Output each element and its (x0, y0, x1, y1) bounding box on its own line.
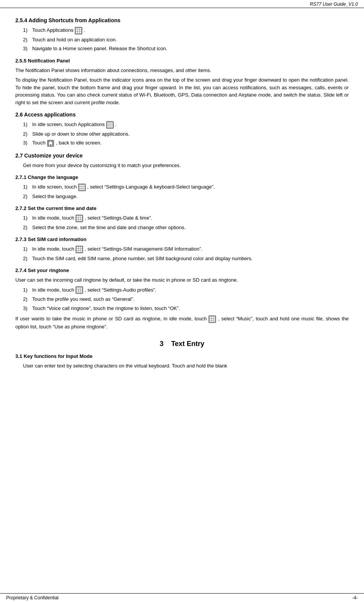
list-item: 1) In idle mode, touch , select “Setting… (23, 286, 349, 294)
apps-icon (75, 286, 83, 294)
footer-left: Proprietary & Confidential (6, 595, 59, 600)
list-content: Touch the profile you need, such as “Gen… (32, 295, 349, 303)
section-273: 2.7.3 Set SIM card information 1) In idl… (15, 236, 349, 262)
list-num: 1) (23, 121, 32, 129)
chapter-title: Text Entry (171, 340, 205, 348)
list-item: 3) Touch “Voice call ringtone”, touch th… (23, 305, 349, 312)
section-274-para1: User can set the incoming call ringtone … (15, 276, 349, 284)
list-item: 2) Slide up or down to show other applic… (23, 130, 349, 138)
chapter-number: 3 (160, 340, 164, 348)
list-content: In idle mode, touch , select “Settings-D… (32, 214, 349, 222)
list-content: Select the language. (32, 193, 349, 200)
section-27-para: Get more from your device by customizing… (23, 162, 349, 169)
list-num: 1) (23, 26, 32, 34)
apps-icon (78, 184, 86, 191)
section-27: 2.7 Customize your device Get more from … (15, 153, 349, 169)
list-content: Touch Applications . (32, 26, 349, 34)
section-31: 3.1 Key functions for Input Mode User ca… (15, 353, 349, 370)
list-content: Select the time zone, set the time and d… (32, 224, 349, 231)
list-item: 1) In idle screen, touch Applications . (23, 121, 349, 129)
section-272-heading: 2.7.2 Set the current time and date (15, 205, 349, 211)
apps-icon (106, 121, 114, 129)
section-255-heading: 2.5.5 Notification Panel (15, 58, 349, 64)
list-item: 2) Select the language. (23, 193, 349, 200)
list-num: 3) (23, 139, 32, 147)
section-274-para2: If user wants to take the music in phone… (15, 315, 349, 330)
apps-icon (75, 215, 83, 222)
header-title: RS77 User Guide_V1.0 (310, 2, 358, 7)
footer-right: -4- (352, 595, 358, 600)
content-area: 2.5.4 Adding Shortcuts from Applications… (0, 8, 364, 593)
page-footer: Proprietary & Confidential -4- (0, 593, 364, 602)
section-271-heading: 2.7.1 Change the language (15, 174, 349, 180)
section-274: 2.7.4 Set your ringtone User can set the… (15, 267, 349, 330)
list-item: 2) Touch and hold on an application icon… (23, 36, 349, 44)
list-num: 1) (23, 245, 32, 253)
chapter-3-heading: 3 Text Entry (15, 340, 349, 348)
list-num: 2) (23, 130, 32, 138)
section-27-heading: 2.7 Customize your device (15, 153, 349, 159)
list-num: 2) (23, 295, 32, 303)
list-item: 2) Touch the profile you need, such as “… (23, 295, 349, 303)
list-num: 2) (23, 255, 32, 262)
page-header: RS77 User Guide_V1.0 (0, 0, 364, 8)
section-31-para: User can enter text by selecting charact… (23, 362, 349, 370)
list-num: 3) (23, 45, 32, 52)
list-num: 3) (23, 305, 32, 312)
list-item: 1) In idle mode, touch , select “Setting… (23, 214, 349, 222)
section-273-heading: 2.7.3 Set SIM card information (15, 236, 349, 242)
list-num: 2) (23, 224, 32, 231)
home-icon (47, 140, 54, 146)
list-num: 1) (23, 183, 32, 191)
page-container: RS77 User Guide_V1.0 2.5.4 Adding Shortc… (0, 0, 364, 602)
list-item: 3) Navigate to a Home screen panel. Rele… (23, 45, 349, 52)
list-item: 3) Touch , back to idle screen. (23, 139, 349, 147)
apps-icon (208, 315, 216, 323)
list-num: 1) (23, 286, 32, 294)
section-26: 2.6 Access applications 1) In idle scree… (15, 112, 349, 147)
section-271: 2.7.1 Change the language 1) In idle scr… (15, 174, 349, 200)
apps-icon (75, 246, 83, 253)
list-content: In idle mode, touch , select “Settings-A… (32, 286, 349, 294)
list-num: 2) (23, 193, 32, 200)
section-26-heading: 2.6 Access applications (15, 112, 349, 118)
section-255-para1: The Notification Panel shows information… (15, 67, 349, 74)
list-content: In idle mode, touch , select “Settings-S… (32, 245, 349, 253)
section-31-heading: 3.1 Key functions for Input Mode (15, 353, 349, 359)
list-item: 1) In idle mode, touch , select “Setting… (23, 245, 349, 253)
list-content: In idle screen, touch Applications . (32, 121, 349, 129)
section-255-para2: To display the Notification Panel, touch… (15, 76, 349, 106)
section-254: 2.5.4 Adding Shortcuts from Applications… (15, 17, 349, 52)
list-item: 2) Touch the SIM card, edit SIM name, ph… (23, 255, 349, 262)
list-content: Touch the SIM card, edit SIM name, phone… (32, 255, 349, 262)
section-255: 2.5.5 Notification Panel The Notificatio… (15, 58, 349, 107)
apps-icon (75, 27, 82, 34)
list-item: 2) Select the time zone, set the time an… (23, 224, 349, 231)
list-content: Touch “Voice call ringtone”, touch the r… (32, 305, 349, 312)
list-content: In idle screen, touch , select “Settings… (32, 183, 349, 191)
list-item: 1) In idle screen, touch , select “Setti… (23, 183, 349, 191)
list-num: 2) (23, 36, 32, 44)
section-254-heading: 2.5.4 Adding Shortcuts from Applications (15, 17, 349, 23)
list-item: 1) Touch Applications . (23, 26, 349, 34)
list-content: Touch , back to idle screen. (32, 139, 349, 147)
section-274-heading: 2.7.4 Set your ringtone (15, 267, 349, 273)
list-content: Touch and hold on an application icon. (32, 36, 349, 44)
section-272: 2.7.2 Set the current time and date 1) I… (15, 205, 349, 231)
list-num: 1) (23, 214, 32, 222)
list-content: Navigate to a Home screen panel. Release… (32, 45, 349, 52)
list-content: Slide up or down to show other applicati… (32, 130, 349, 138)
